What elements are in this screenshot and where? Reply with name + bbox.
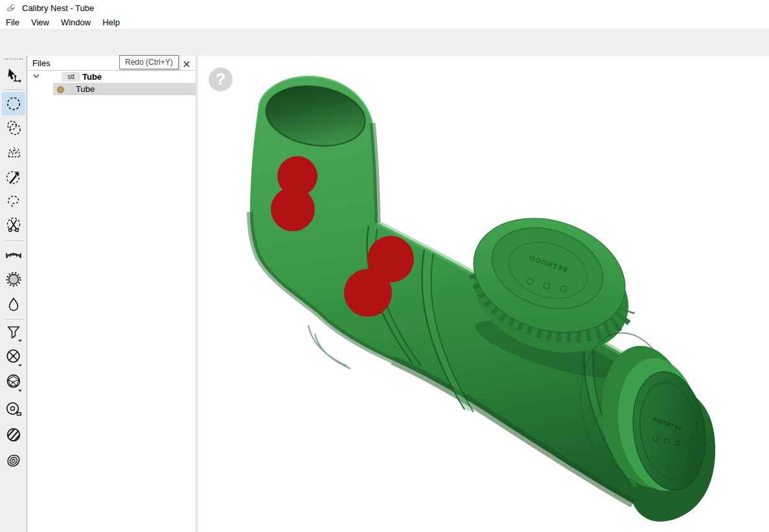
fill-holes-tool[interactable] — [2, 268, 25, 291]
dashed-crown-icon — [4, 143, 23, 162]
close-panel-button[interactable] — [181, 59, 192, 69]
selection-sidebar — [0, 56, 27, 532]
contour-blob-icon — [4, 451, 23, 470]
magic-wand-tool[interactable] — [2, 166, 25, 189]
cursor-select-tool[interactable] — [2, 64, 25, 87]
lasso-icon — [4, 192, 23, 211]
texture-tool[interactable] — [2, 424, 25, 447]
sidebar-separator — [4, 89, 23, 90]
expander-button[interactable] — [31, 73, 41, 82]
contour-tool[interactable] — [2, 449, 25, 472]
magic-wand-icon — [4, 168, 23, 187]
menu-window[interactable]: Window — [55, 16, 97, 29]
viewport-3d[interactable]: политэк политэк ? — [198, 56, 769, 532]
double-dashed-circle-icon — [4, 118, 23, 137]
double-circle-select-tool[interactable] — [2, 116, 25, 139]
files-panel: Files stl Tube Tube — [28, 56, 196, 532]
wheel-icon — [4, 347, 23, 367]
chevron-down-icon — [31, 73, 41, 80]
tree-row-file[interactable]: stl Tube — [28, 71, 196, 83]
smooth-tool[interactable] — [2, 293, 25, 316]
hatched-circle-icon — [4, 426, 23, 445]
circle-select-tool[interactable] — [2, 92, 25, 115]
file-label: Tube — [82, 72, 102, 82]
dashed-circle-icon — [4, 94, 23, 113]
file-type-badge: stl — [62, 72, 80, 82]
calibry-nest-window: Calibry Nest - Tube File View Window Hel… — [0, 0, 769, 532]
main-toolbar: Calibry Human — [0, 29, 769, 57]
mesh-sphere-icon — [4, 373, 23, 392]
hummingbird-icon — [5, 2, 17, 14]
mesh-tool[interactable] — [2, 371, 25, 394]
funnel-icon — [4, 323, 23, 342]
sidebar-separator — [4, 319, 23, 319]
menu-view[interactable]: View — [25, 16, 55, 29]
help-button[interactable]: ? — [209, 67, 233, 91]
tape-measure-icon — [4, 400, 23, 419]
bridge-tool[interactable] — [2, 243, 25, 266]
menu-help[interactable]: Help — [97, 16, 126, 29]
stitched-circle-icon — [4, 270, 23, 289]
titlebar: Calibry Nest - Tube — [0, 0, 769, 16]
mesh-color-dot — [57, 86, 64, 93]
water-drop-icon — [4, 295, 23, 314]
polygon-brush-select-tool[interactable] — [2, 141, 25, 164]
window-title: Calibry Nest - Tube — [22, 3, 94, 13]
cut-tool[interactable] — [2, 214, 25, 237]
lasso-select-tool[interactable] — [2, 190, 25, 213]
model-tube[interactable]: политэк политэк — [198, 56, 769, 532]
simplify-tool[interactable] — [2, 345, 25, 369]
close-icon — [183, 60, 190, 68]
measure-tool[interactable] — [2, 398, 25, 421]
menubar: File View Window Help — [0, 16, 769, 29]
scissors-circle-icon — [4, 216, 23, 235]
help-glyph: ? — [216, 70, 225, 89]
filter-tool[interactable] — [2, 321, 25, 344]
sidebar-separator — [4, 240, 23, 241]
redo-tooltip: Redo (Ctrl+Y) — [119, 55, 179, 69]
selected-row-highlight — [53, 83, 196, 95]
files-panel-title: Files — [32, 58, 50, 68]
tree-row-mesh[interactable]: Tube — [28, 83, 196, 95]
bridge-icon — [4, 245, 23, 264]
mesh-label: Tube — [76, 84, 95, 94]
sidebar-gripper[interactable] — [5, 58, 23, 60]
cursor-axis-icon — [4, 66, 23, 86]
menu-file[interactable]: File — [0, 16, 25, 29]
